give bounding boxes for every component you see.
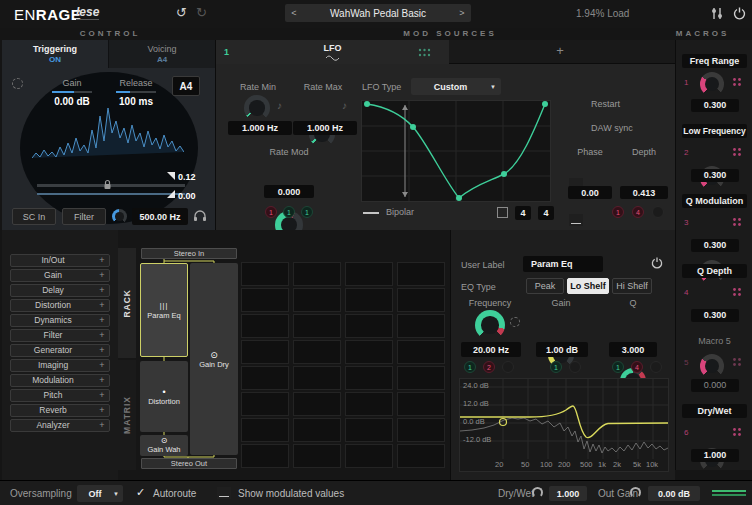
rack-cell[interactable] xyxy=(293,340,341,364)
rack-cell[interactable] xyxy=(241,314,289,338)
rate-mod-badge-1[interactable]: 1 xyxy=(265,206,277,218)
eq-q-badge-1[interactable]: 1 xyxy=(612,361,624,373)
eq-frequency-knob[interactable] xyxy=(475,310,505,340)
rack-cell[interactable] xyxy=(397,314,445,338)
user-label-input[interactable]: Param Eq xyxy=(523,256,603,272)
lfo-curve-editor[interactable] xyxy=(361,100,551,202)
rack-cell[interactable] xyxy=(345,392,393,416)
macro-5-drag-icon[interactable] xyxy=(732,357,742,367)
device-pitch[interactable]: Pitch+ xyxy=(10,389,110,402)
undo-icon[interactable]: ↺ xyxy=(176,5,187,20)
device-imaging[interactable]: Imaging+ xyxy=(10,359,110,372)
depth-badge-2[interactable]: 4 xyxy=(632,206,644,218)
sc-in-button[interactable]: SC In xyxy=(12,208,56,225)
rack-cell[interactable] xyxy=(397,444,445,468)
macro-1-value[interactable]: 0.300 xyxy=(691,99,739,112)
rack-block-gain-dry[interactable]: ⊙ Gain Dry xyxy=(190,263,238,455)
plus-icon[interactable]: + xyxy=(95,330,109,341)
plus-icon[interactable]: + xyxy=(95,390,109,401)
rack-cell[interactable] xyxy=(241,262,289,286)
plus-icon[interactable]: + xyxy=(95,300,109,311)
rack-block-distortion[interactable]: • Distortion xyxy=(140,361,188,432)
note-button[interactable]: A4 xyxy=(172,76,200,96)
plus-icon[interactable]: + xyxy=(95,345,109,356)
macro-2-label[interactable]: Low Frequency xyxy=(682,124,747,138)
preset-prev-icon[interactable]: < xyxy=(285,8,303,18)
device-generator[interactable]: Generator+ xyxy=(10,344,110,357)
rack-cell[interactable] xyxy=(241,392,289,416)
rate-mod-badge-3[interactable]: 1 xyxy=(301,206,313,218)
redo-icon[interactable]: ↻ xyxy=(196,5,207,20)
rack-cell[interactable] xyxy=(293,314,341,338)
autoroute-checkbox[interactable]: ✓ xyxy=(136,486,145,499)
rack-cell[interactable] xyxy=(397,340,445,364)
macro-4-knob[interactable] xyxy=(700,354,724,378)
macro-4-value[interactable]: 0.300 xyxy=(691,309,739,322)
add-mod-source-button[interactable]: + xyxy=(553,43,567,58)
rack-cell[interactable] xyxy=(241,288,289,312)
daw-sync-checkbox[interactable] xyxy=(569,214,583,226)
rack-cell[interactable] xyxy=(397,392,445,416)
macro-4-label[interactable]: Q Depth xyxy=(682,264,747,278)
rack-cell[interactable] xyxy=(397,418,445,442)
threshold-slider-low[interactable] xyxy=(37,193,185,195)
macro-3-drag-icon[interactable] xyxy=(732,217,742,227)
threshold-hi-value[interactable]: 0.12 xyxy=(178,172,212,182)
preset-next-icon[interactable]: > xyxy=(453,8,471,18)
lfo-type-dropdown[interactable]: Custom ▼ xyxy=(411,78,501,95)
rate-min-sync-icon[interactable]: ♪ xyxy=(277,100,282,111)
macro-1-drag-icon[interactable] xyxy=(732,77,742,87)
eq-q-badge-2[interactable]: 4 xyxy=(631,361,643,373)
drywet-value[interactable]: 1.000 xyxy=(549,486,587,501)
lfo-grid-y-value[interactable]: 4 xyxy=(538,206,554,220)
depth-value[interactable]: 0.413 xyxy=(620,186,668,199)
outgain-value[interactable]: 0.00 dB xyxy=(648,486,700,501)
rack-cell[interactable] xyxy=(345,418,393,442)
rack-cell[interactable] xyxy=(345,262,393,286)
rate-min-knob[interactable] xyxy=(244,95,270,121)
rack-cell[interactable] xyxy=(293,418,341,442)
eq-type-hi-shelf-button[interactable]: Hi Shelf xyxy=(612,278,652,294)
plus-icon[interactable]: + xyxy=(95,270,109,281)
tab-triggering[interactable]: Triggering ON xyxy=(2,40,108,68)
macro-2-drag-icon[interactable] xyxy=(732,147,742,157)
rack-block-gain-wah[interactable]: ⊙ Gain Wah xyxy=(140,435,188,456)
rate-max-value[interactable]: 1.000 Hz xyxy=(293,121,357,135)
depth-badge-1[interactable]: 1 xyxy=(612,206,624,218)
filter-freq-value[interactable]: 500.00 Hz xyxy=(132,208,188,225)
threshold-lo-value[interactable]: 0.00 xyxy=(178,191,212,201)
device-gain[interactable]: Gain+ xyxy=(10,269,110,282)
device-distortion[interactable]: Distortion+ xyxy=(10,299,110,312)
macro-1-knob[interactable] xyxy=(700,72,724,96)
rate-min-value[interactable]: 1.000 Hz xyxy=(228,121,292,135)
rack-cell[interactable] xyxy=(397,262,445,286)
tab-lfo[interactable]: 1 LFO xyxy=(216,40,449,64)
rack-cell[interactable] xyxy=(397,366,445,390)
drywet-knob[interactable] xyxy=(532,487,543,498)
bipolar-checkbox[interactable] xyxy=(363,212,379,214)
macro-2-value[interactable]: 0.300 xyxy=(691,169,739,182)
macro-3-value[interactable]: 0.300 xyxy=(691,239,739,252)
macro-5-label[interactable]: Macro 5 xyxy=(682,334,747,348)
trigger-settings-icon[interactable] xyxy=(12,78,23,89)
filter-freq-knob[interactable] xyxy=(112,209,127,224)
preset-name[interactable]: WahWah Pedal Basic xyxy=(303,8,453,19)
eq-freq-badge-3[interactable] xyxy=(502,361,514,373)
macro-1-label[interactable]: Freq Range xyxy=(682,54,747,68)
eq-q-value[interactable]: 3.000 xyxy=(609,342,657,357)
macro-6-label[interactable]: Dry/Wet xyxy=(682,404,747,418)
rack-cell[interactable] xyxy=(345,444,393,468)
rate-mod-badge-2[interactable]: 1 xyxy=(283,206,295,218)
rack-cell[interactable] xyxy=(293,392,341,416)
plus-icon[interactable]: + xyxy=(95,420,109,431)
tab-matrix[interactable]: MATRIX xyxy=(118,360,136,470)
rate-max-sync-icon[interactable]: ♪ xyxy=(342,100,347,111)
lock-icon[interactable] xyxy=(102,179,113,190)
stereo-in-node[interactable]: Stereo In xyxy=(141,248,237,259)
device-in-out[interactable]: In/Out+ xyxy=(10,254,110,267)
eq-type-lo-shelf-button[interactable]: Lo Shelf xyxy=(567,278,609,294)
plus-icon[interactable]: + xyxy=(95,375,109,386)
eq-gain-badge-2[interactable] xyxy=(569,361,581,373)
settings-sliders-icon[interactable] xyxy=(710,7,724,20)
eq-q-badge-3[interactable] xyxy=(650,361,662,373)
